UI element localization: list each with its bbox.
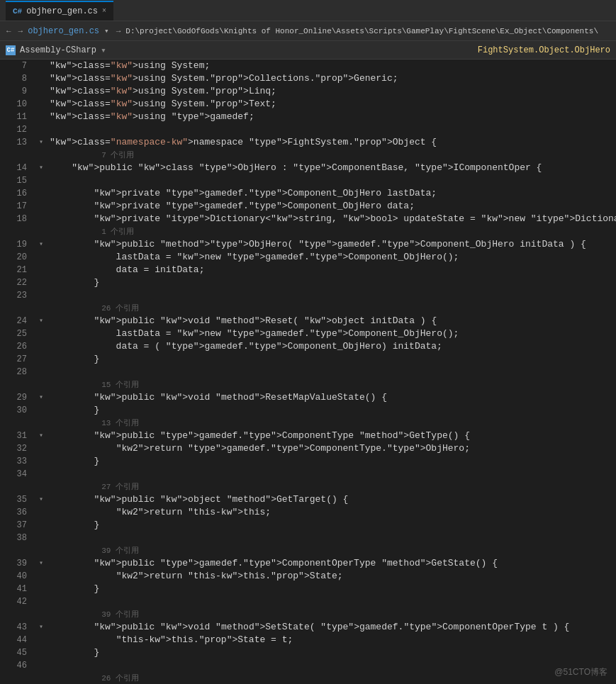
code-text: "kw">public "kw">void "method">ResetMapV… bbox=[47, 391, 387, 404]
line-number: 27 bbox=[0, 353, 35, 366]
nav-filename-dropdown[interactable]: ▾ bbox=[102, 25, 111, 37]
fold-indicator[interactable]: ▾ bbox=[35, 315, 47, 327]
nav-filename[interactable]: objhero_gen.cs bbox=[28, 26, 99, 36]
nav-forward-button[interactable]: → bbox=[16, 26, 26, 37]
line-number bbox=[0, 481, 35, 493]
line-number: 12 bbox=[0, 123, 35, 136]
file-tab[interactable]: C# objhero_gen.cs × bbox=[6, 1, 113, 21]
code-text: 27 个引用 bbox=[89, 481, 139, 493]
code-text: "kw">class="kw">using System."prop">Coll… bbox=[47, 72, 398, 85]
line-number: 28 bbox=[0, 366, 35, 379]
fold-indicator[interactable]: ▾ bbox=[35, 238, 47, 251]
code-line: 27 个引用 bbox=[0, 481, 616, 493]
code-text bbox=[47, 289, 55, 302]
line-number bbox=[0, 379, 35, 391]
line-number: 33 bbox=[0, 455, 35, 468]
code-line: 8"kw">class="kw">using System."prop">Col… bbox=[0, 72, 616, 85]
fold-indicator[interactable]: ▾ bbox=[35, 493, 47, 506]
line-number: 35 bbox=[0, 493, 35, 506]
code-text: 15 个引用 bbox=[89, 379, 139, 391]
line-number bbox=[0, 544, 35, 557]
code-line: 37 } bbox=[0, 519, 616, 532]
fold-indicator[interactable]: ▾ bbox=[35, 430, 47, 442]
breadcrumb-bar: C# Assembly-CSharp ▾ FightSystem.Object.… bbox=[0, 41, 616, 60]
code-line: 16 "kw">private "type">gamedef."type">Co… bbox=[0, 187, 616, 200]
line-number: 26 bbox=[0, 340, 35, 353]
fold-indicator[interactable]: ▾ bbox=[35, 391, 47, 404]
code-text: 7 个引用 bbox=[89, 149, 134, 162]
fold-indicator[interactable]: ▾ bbox=[35, 621, 47, 634]
code-line: 21 data = initData; bbox=[0, 264, 616, 276]
code-line: 13▾"kw">class="namespace-kw">namespace "… bbox=[0, 136, 616, 149]
fold-indicator[interactable]: ▾ bbox=[35, 136, 47, 149]
code-text: "kw">private "type">gamedef."type">Compo… bbox=[47, 200, 415, 213]
line-number: 21 bbox=[0, 264, 35, 276]
line-number bbox=[0, 302, 35, 315]
line-number: 15 bbox=[0, 174, 35, 187]
assembly-name[interactable]: Assembly-CSharp bbox=[20, 45, 96, 55]
code-text: "kw">class="kw">using System."prop">Linq… bbox=[47, 85, 276, 98]
csharp-icon: C# bbox=[6, 45, 16, 55]
code-line: 18 "kw">private "itype">Dictionary<"kw">… bbox=[0, 213, 616, 225]
code-line: 22 } bbox=[0, 276, 616, 289]
code-text: 26 个引用 bbox=[89, 672, 139, 684]
line-number: 44 bbox=[0, 634, 35, 646]
editor: 7"kw">class="kw">using System;8"kw">clas… bbox=[0, 60, 616, 684]
nav-go-button[interactable]: → bbox=[114, 26, 123, 37]
code-text: "kw">class="kw">using System; bbox=[47, 60, 210, 72]
code-line: 39 个引用 bbox=[0, 544, 616, 557]
code-line: 44 "this-kw">this."prop">State = t; bbox=[0, 634, 616, 646]
line-number: 37 bbox=[0, 519, 35, 532]
code-line: 39 个引用 bbox=[0, 608, 616, 621]
code-line: 7"kw">class="kw">using System; bbox=[0, 60, 616, 72]
code-text: "kw">public "type">gamedef."type">Compon… bbox=[47, 430, 470, 442]
line-number bbox=[0, 672, 35, 684]
code-text: "kw">public "kw">object "method">GetTarg… bbox=[47, 493, 348, 506]
code-text: "kw">public "kw">class "type">ObjHero : … bbox=[47, 162, 542, 174]
code-text: 1 个引用 bbox=[89, 225, 134, 238]
line-number: 20 bbox=[0, 251, 35, 264]
line-number: 11 bbox=[0, 111, 35, 123]
code-text bbox=[47, 174, 55, 187]
code-line: 35▾ "kw">public "kw">object "method">Get… bbox=[0, 493, 616, 506]
nav-back-button[interactable]: ← bbox=[4, 26, 13, 37]
tab-close-button[interactable]: × bbox=[102, 7, 106, 15]
fold-indicator[interactable]: ▾ bbox=[35, 162, 47, 174]
code-line: 15 bbox=[0, 174, 616, 187]
code-text: } bbox=[47, 455, 99, 468]
line-number: 17 bbox=[0, 200, 35, 213]
code-text: } bbox=[47, 353, 99, 366]
code-text: "kw">public "method">"type">ObjHero( "ty… bbox=[47, 238, 586, 251]
line-number: 39 bbox=[0, 557, 35, 570]
code-text: "kw">public "kw">void "method">Reset( "k… bbox=[47, 315, 437, 327]
code-area[interactable]: 7"kw">class="kw">using System;8"kw">clas… bbox=[0, 60, 616, 684]
code-line: 20 lastData = "kw">new "type">gamedef."t… bbox=[0, 251, 616, 264]
code-line: 26 个引用 bbox=[0, 672, 616, 684]
code-line: 32 "kw2">return "type">gamedef."type">Co… bbox=[0, 442, 616, 455]
code-line: 7 个引用 bbox=[0, 149, 616, 162]
line-number: 19 bbox=[0, 238, 35, 251]
fold-indicator[interactable]: ▾ bbox=[35, 557, 47, 570]
tab-cs-icon: C# bbox=[13, 7, 22, 16]
code-line: 25 lastData = "kw">new "type">gamedef."t… bbox=[0, 327, 616, 340]
code-text: } bbox=[47, 276, 99, 289]
code-text: } bbox=[47, 404, 99, 417]
code-text: 13 个引用 bbox=[89, 417, 139, 430]
code-text: "kw">public "type">gamedef."type">Compon… bbox=[47, 557, 498, 570]
line-number: 14 bbox=[0, 162, 35, 174]
line-number: 42 bbox=[0, 595, 35, 608]
code-line: 36 "kw2">return "this-kw">this; bbox=[0, 506, 616, 519]
line-number: 9 bbox=[0, 85, 35, 98]
code-text: } bbox=[47, 519, 99, 532]
code-text bbox=[47, 659, 55, 672]
code-line: 17 "kw">private "type">gamedef."type">Co… bbox=[0, 200, 616, 213]
line-number: 38 bbox=[0, 532, 35, 544]
code-line: 40 "kw2">return "this-kw">this."prop">St… bbox=[0, 570, 616, 583]
code-line: 31▾ "kw">public "type">gamedef."type">Co… bbox=[0, 430, 616, 442]
breadcrumb-dropdown[interactable]: ▾ bbox=[101, 45, 106, 56]
line-number: 46 bbox=[0, 659, 35, 672]
code-text: "kw">class="kw">using "type">gamedef; bbox=[47, 111, 254, 123]
code-text: lastData = "kw">new "type">gamedef."type… bbox=[47, 327, 459, 340]
code-line: 38 bbox=[0, 532, 616, 544]
code-text: data = initData; bbox=[47, 264, 204, 276]
